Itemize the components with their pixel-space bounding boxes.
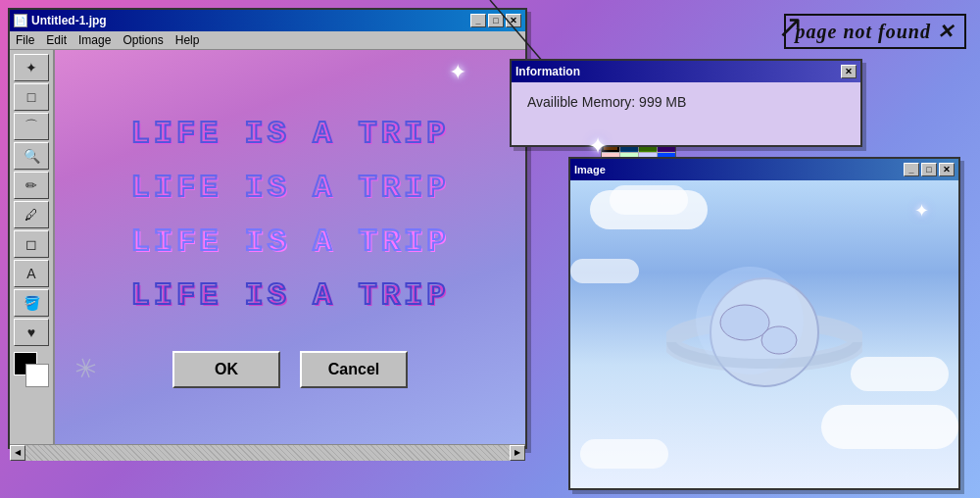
- tool-heart[interactable]: ♥: [14, 319, 49, 346]
- planet-svg: [666, 254, 862, 411]
- info-content: Availible Memory: 999 MB: [512, 82, 860, 122]
- info-close-button[interactable]: ✕: [841, 65, 857, 78]
- img-titlebar: Image _ □ ✕: [570, 159, 958, 180]
- svg-point-5: [720, 305, 769, 340]
- menu-help[interactable]: Help: [175, 33, 200, 47]
- color-selector[interactable]: [14, 352, 49, 387]
- planet-container: [666, 254, 862, 415]
- memory-text: Availible Memory: 999 MB: [527, 94, 686, 110]
- menu-edit[interactable]: Edit: [46, 33, 67, 47]
- windmill-icon: ✳: [70, 350, 102, 388]
- tool-pencil[interactable]: ✏: [14, 172, 49, 199]
- sparkle-1: ✦: [449, 60, 466, 85]
- canvas-area: ✦ LIFE IS A TRIP LIFE IS A TRIP LIFE IS …: [55, 50, 525, 444]
- info-titlebar: Information ✕: [512, 61, 860, 82]
- cloud-3: [851, 357, 949, 391]
- sparkle-img: ✦: [914, 200, 929, 222]
- tool-text[interactable]: A: [14, 260, 49, 287]
- info-window-title: Information: [515, 65, 580, 78]
- tool-brush[interactable]: 🖊: [14, 201, 49, 228]
- window-content: ✦ □ ⌒ 🔍 ✏ 🖊 ◻ A 🪣 ♥ ✦ LIFE IS A TRIP LIF…: [10, 50, 525, 444]
- img-titlebar-buttons[interactable]: _ □ ✕: [904, 163, 955, 176]
- menubar: File Edit Image Options Help: [10, 31, 525, 50]
- toolbar: ✦ □ ⌒ 🔍 ✏ 🖊 ◻ A 🪣 ♥: [10, 50, 55, 444]
- ok-button[interactable]: OK: [172, 351, 280, 388]
- tool-bucket[interactable]: 🪣: [14, 289, 49, 317]
- tool-star[interactable]: ✦: [14, 54, 49, 81]
- scroll-left[interactable]: ◀: [10, 445, 25, 461]
- trip-text-4: LIFE IS A TRIP: [131, 277, 450, 314]
- trip-text-3: LIFE IS A TRIP: [131, 224, 450, 260]
- scroll-track[interactable]: [25, 445, 510, 461]
- trip-text-2: LIFE IS A TRIP: [131, 170, 450, 206]
- tool-eraser[interactable]: ◻: [14, 230, 49, 258]
- titlebar-buttons[interactable]: _ □ ✕: [470, 14, 521, 27]
- info-titlebar-buttons[interactable]: ✕: [841, 65, 857, 78]
- img-maximize-button[interactable]: □: [921, 163, 937, 176]
- img-minimize-button[interactable]: _: [904, 163, 919, 176]
- button-row: OK Cancel: [172, 351, 408, 388]
- trip-text-1: LIFE IS A TRIP: [131, 116, 450, 152]
- img-close-button[interactable]: ✕: [939, 163, 955, 176]
- file-icon: 📄: [14, 14, 27, 27]
- information-window: Information ✕ Availible Memory: 999 MB: [510, 59, 862, 147]
- tool-lasso[interactable]: ⌒: [14, 113, 49, 140]
- maximize-button[interactable]: □: [488, 14, 504, 27]
- menu-image[interactable]: Image: [78, 33, 111, 47]
- main-window-title: Untitled-1.jpg: [31, 14, 107, 27]
- svg-point-6: [761, 326, 797, 354]
- cancel-button[interactable]: Cancel: [300, 351, 408, 388]
- page-not-found-label: page not found ✕: [784, 14, 966, 49]
- scroll-right[interactable]: ▶: [510, 445, 525, 461]
- image-canvas: ✦: [570, 180, 958, 488]
- img-window-title: Image: [574, 164, 606, 175]
- background-color[interactable]: [25, 364, 49, 387]
- menu-options[interactable]: Options: [122, 33, 163, 47]
- close-button[interactable]: ✕: [506, 14, 521, 27]
- cloud-2: [610, 185, 688, 215]
- cloud-5: [580, 439, 668, 469]
- tool-magic[interactable]: 🔍: [14, 142, 49, 170]
- minimize-button[interactable]: _: [470, 14, 486, 27]
- main-window: 📄 Untitled-1.jpg _ □ ✕ File Edit Image O…: [8, 8, 527, 449]
- cloud-6: [570, 259, 639, 283]
- horizontal-scrollbar[interactable]: ◀ ▶: [10, 444, 525, 460]
- tool-rect[interactable]: □: [14, 83, 49, 111]
- menu-file[interactable]: File: [16, 33, 34, 47]
- image-viewer-window: Image _ □ ✕: [568, 157, 960, 490]
- cursor-icon: ↖: [777, 8, 804, 45]
- main-window-titlebar: 📄 Untitled-1.jpg _ □ ✕: [10, 10, 525, 31]
